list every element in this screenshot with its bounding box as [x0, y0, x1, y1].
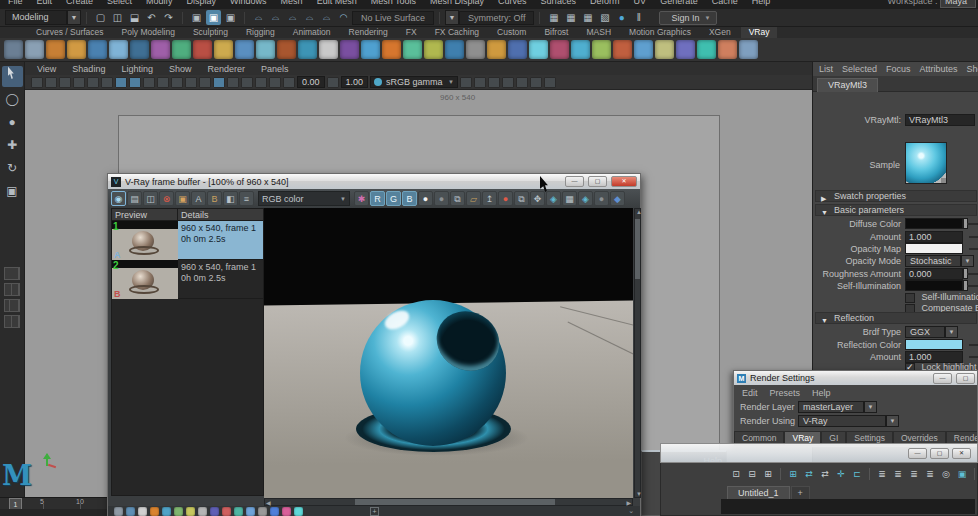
load-image-icon[interactable]: ◫: [143, 191, 158, 206]
shelf-tab[interactable]: Curves / Surfaces: [28, 27, 112, 38]
search-icon[interactable]: ◎: [939, 467, 953, 481]
main-menu-item[interactable]: Mesh: [281, 0, 303, 6]
make-live-icon[interactable]: ◠: [336, 10, 351, 25]
reflection-color-swatch[interactable]: [905, 339, 963, 350]
roughness-amount-field[interactable]: 0.000: [905, 268, 963, 280]
shelf-tool-icon[interactable]: [382, 40, 401, 59]
red-channel-toggle[interactable]: R: [370, 191, 385, 206]
panel-menu-item[interactable]: Panels: [261, 64, 289, 74]
isolate-select-icon[interactable]: [241, 77, 253, 88]
shelf-tool-icon[interactable]: [46, 40, 65, 59]
range-slider[interactable]: [0, 509, 110, 516]
ipr-icon[interactable]: ◈: [578, 191, 593, 206]
symmetry-field[interactable]: Symmetry: Off: [459, 11, 534, 25]
exposure-icon[interactable]: [283, 77, 295, 88]
shelf-tool-icon[interactable]: [277, 40, 296, 59]
shelf-tool-icon[interactable]: [655, 40, 674, 59]
shelf-tool-icon[interactable]: [340, 40, 359, 59]
film-gate-icon[interactable]: [474, 77, 486, 88]
select-tool-icon[interactable]: [2, 66, 23, 87]
lasso-tool-icon[interactable]: ◯: [2, 89, 23, 110]
shelf-tool-icon[interactable]: [361, 40, 380, 59]
joints-xray-icon[interactable]: [269, 77, 281, 88]
grid-toggle-icon[interactable]: [460, 77, 472, 88]
four-pane-layout-button[interactable]: [4, 283, 20, 296]
shelf-tool-icon[interactable]: [235, 40, 254, 59]
vertical-scrollbar[interactable]: ▲ ▼: [634, 208, 641, 498]
snap-view-plane-icon[interactable]: ⌓: [319, 10, 334, 25]
wireframe-icon[interactable]: [115, 77, 127, 88]
input-output-connections-icon[interactable]: ⊟: [745, 467, 759, 481]
single-pane-layout-button[interactable]: [4, 267, 20, 280]
hypershade-persp-layout-button[interactable]: [4, 315, 20, 328]
mono-view-icon[interactable]: ●: [418, 191, 433, 206]
add-correction-icon[interactable]: +: [370, 507, 379, 516]
main-menu-item[interactable]: Edit: [37, 0, 53, 6]
new-scene-icon[interactable]: ▢: [93, 10, 108, 25]
shelf-tool-icon[interactable]: [109, 40, 128, 59]
sign-in-button[interactable]: Sign In ▼: [659, 11, 717, 25]
minimize-button[interactable]: —: [933, 373, 952, 384]
maximize-button[interactable]: ▢: [588, 176, 607, 187]
select-component-icon[interactable]: ▣: [223, 10, 238, 25]
depth-of-field-icon[interactable]: [227, 77, 239, 88]
panel-menu-item[interactable]: View: [37, 64, 56, 74]
set-image-b-icon[interactable]: B: [207, 191, 222, 206]
tab-untitled-1[interactable]: Untitled_1: [727, 486, 790, 499]
shelf-tab[interactable]: Animation: [285, 27, 339, 38]
shelf-tool-icon[interactable]: [592, 40, 611, 59]
output-connections-icon[interactable]: ⊞: [761, 467, 775, 481]
render-settings-menu-item[interactable]: Help: [812, 388, 831, 398]
pause-viewport-icon[interactable]: ‖: [631, 10, 646, 25]
gate-mask-icon[interactable]: [502, 77, 514, 88]
set-image-a-icon[interactable]: A: [191, 191, 206, 206]
color-correction-icon[interactable]: [234, 507, 243, 516]
lights-icon[interactable]: [157, 77, 169, 88]
history-thumbnail[interactable]: 1 A: [112, 221, 178, 260]
shelf-tab[interactable]: XGen: [701, 27, 739, 38]
chevron-down-icon[interactable]: ▼: [67, 10, 81, 25]
shelf-tool-icon[interactable]: [88, 40, 107, 59]
frame-all-icon[interactable]: ▣: [955, 467, 969, 481]
remove-from-graph-icon[interactable]: ⇄: [802, 467, 816, 481]
connected-node-view-icon[interactable]: ≣: [891, 467, 905, 481]
shelf-tab[interactable]: VRay: [741, 27, 778, 38]
diffuse-color-swatch[interactable]: [905, 218, 963, 229]
render-last-icon[interactable]: ●: [498, 191, 513, 206]
shelf-tab[interactable]: Rendering: [341, 27, 396, 38]
shelf-tool-icon[interactable]: [445, 40, 464, 59]
shelf-tab[interactable]: FX Caching: [427, 27, 487, 38]
shelf-tab[interactable]: Poly Modeling: [114, 27, 183, 38]
shelf-tab[interactable]: Bifrost: [536, 27, 576, 38]
node-name-field[interactable]: VRayMtl3: [905, 114, 975, 126]
compare-ab-icon[interactable]: ◧: [223, 191, 238, 206]
shelf-tool-icon[interactable]: [739, 40, 758, 59]
history-row-1[interactable]: 1 A 960 x 540, frame 1 0h 0m 2.5s: [112, 221, 263, 260]
pan-tool-icon[interactable]: ✥: [530, 191, 545, 206]
attribute-editor-menu-item[interactable]: Show: [967, 64, 978, 74]
shelf-tab[interactable]: Rigging: [238, 27, 283, 38]
select-hierarchy-icon[interactable]: ▣: [189, 10, 204, 25]
main-menu-item[interactable]: Mesh Display: [430, 0, 484, 6]
color-correction-icon[interactable]: [186, 507, 195, 516]
color-wheel-icon[interactable]: ✱: [354, 191, 369, 206]
self-illumination-gi-checkbox[interactable]: [905, 293, 915, 303]
color-correction-icon[interactable]: [126, 507, 135, 516]
xray-icon[interactable]: [255, 77, 267, 88]
tab-vraymtl3[interactable]: VRayMtl3: [817, 78, 878, 92]
color-correction-icon[interactable]: [150, 507, 159, 516]
oversampling-icon[interactable]: [101, 77, 113, 88]
full-node-view-icon[interactable]: ≣: [907, 467, 921, 481]
color-correction-icon[interactable]: [294, 507, 303, 516]
camera-attributes-icon[interactable]: [45, 77, 57, 88]
lay-out-graph-icon[interactable]: ⊏: [850, 467, 864, 481]
close-button[interactable]: ✕: [611, 176, 637, 187]
color-correction-icon[interactable]: [162, 507, 171, 516]
main-menu-item[interactable]: Cache: [712, 0, 738, 6]
history-thumbnail[interactable]: 2 B: [112, 260, 178, 299]
clear-graph-icon[interactable]: ⇄: [818, 467, 832, 481]
snap-point-icon[interactable]: ⌓: [285, 10, 300, 25]
snap-curve-icon[interactable]: ⌓: [268, 10, 283, 25]
alpha-view-icon[interactable]: ●: [434, 191, 449, 206]
shelf-tool-icon[interactable]: [25, 40, 44, 59]
